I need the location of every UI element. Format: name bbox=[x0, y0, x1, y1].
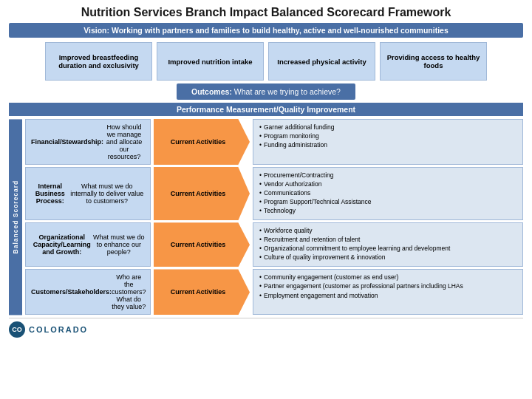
activities-list-3: Community engagement (customer as end us… bbox=[253, 269, 523, 315]
list-item: Organizational commitment to employee le… bbox=[259, 245, 516, 253]
vision-box: Vision: Working with partners and famili… bbox=[9, 23, 523, 38]
activities-list-0: Garner additional fundingProgram monitor… bbox=[253, 119, 523, 165]
list-item: Procurement/Contracting bbox=[259, 171, 516, 180]
table-row: Financial/Stewardship: How should we man… bbox=[25, 119, 523, 165]
list-item: Funding administration bbox=[259, 141, 516, 149]
page-title: Nutrition Services Branch Impact Balance… bbox=[9, 6, 523, 19]
table-row: Organizational Capacity/Learning and Gro… bbox=[25, 222, 523, 267]
page-container: Nutrition Services Branch Impact Balance… bbox=[0, 0, 532, 399]
outcomes-section: Improved breastfeeding duration and excl… bbox=[9, 42, 523, 100]
co-logo: CO COLORADO bbox=[9, 321, 88, 338]
list-item: Partner engagement (customer as professi… bbox=[259, 282, 516, 290]
outcomes-top-row: Improved breastfeeding duration and excl… bbox=[9, 42, 523, 81]
footer: CO COLORADO bbox=[9, 318, 523, 338]
list-item: Workforce quality bbox=[259, 227, 516, 235]
left-description-box-0: Financial/Stewardship: How should we man… bbox=[25, 119, 151, 165]
state-name: COLORADO bbox=[29, 325, 88, 334]
outcomes-bold-label: Outcomes: bbox=[191, 87, 232, 96]
outcome-box-2: Increased physical activity bbox=[268, 42, 375, 81]
outcome-box-1: Improved nutrition intake bbox=[157, 42, 264, 81]
activities-list-2: Workforce qualityRecruitment and retenti… bbox=[253, 222, 523, 267]
outcome-box-3: Providing access to healthy foods bbox=[380, 42, 487, 81]
current-activities-arrow-0: Current Activities bbox=[154, 119, 250, 165]
list-item: Communications bbox=[259, 189, 516, 197]
left-description-box-2: Organizational Capacity/Learning and Gro… bbox=[25, 222, 151, 267]
outcomes-sub-label: What are we trying to achieve? bbox=[234, 87, 341, 96]
balanced-scorecard-label: Balanced Scorecard bbox=[9, 119, 22, 315]
list-item: Vendor Authorization bbox=[259, 180, 516, 188]
list-item: Technology bbox=[259, 207, 516, 215]
list-item: Garner additional funding bbox=[259, 123, 516, 132]
current-activities-arrow-3: Current Activities bbox=[154, 269, 250, 315]
scorecard-rows: Financial/Stewardship: How should we man… bbox=[25, 119, 523, 315]
list-item: Program monitoring bbox=[259, 132, 516, 140]
left-description-box-1: Internal Business Process: What must we … bbox=[25, 167, 151, 220]
outcomes-label-box: Outcomes: What are we trying to achieve? bbox=[177, 83, 355, 100]
co-circle-icon: CO bbox=[9, 321, 25, 338]
current-activities-arrow-2: Current Activities bbox=[154, 222, 250, 267]
table-row: Customers/Stakeholders: Who are the cust… bbox=[25, 269, 523, 315]
table-row: Internal Business Process: What must we … bbox=[25, 167, 523, 220]
outcome-box-0: Improved breastfeeding duration and excl… bbox=[45, 42, 152, 81]
current-activities-arrow-1: Current Activities bbox=[154, 167, 250, 220]
left-description-box-3: Customers/Stakeholders: Who are the cust… bbox=[25, 269, 151, 315]
co-circle-text: CO bbox=[12, 326, 22, 333]
vision-label: Vision bbox=[83, 26, 106, 35]
list-item: Recruitment and retention of talent bbox=[259, 236, 516, 244]
perf-header: Performance Measurement/Quality Improvem… bbox=[9, 103, 523, 116]
vision-text: : Working with partners and families to … bbox=[107, 26, 449, 35]
activities-list-1: Procurement/ContractingVendor Authorizat… bbox=[253, 167, 523, 220]
balanced-section: Balanced Scorecard Financial/Stewardship… bbox=[9, 119, 523, 315]
list-item: Employment engagement and motivation bbox=[259, 292, 516, 300]
list-item: Program Support/Technical Assistance bbox=[259, 198, 516, 206]
list-item: Culture of quality improvement & innovat… bbox=[259, 253, 516, 262]
list-item: Community engagement (customer as end us… bbox=[259, 273, 516, 282]
